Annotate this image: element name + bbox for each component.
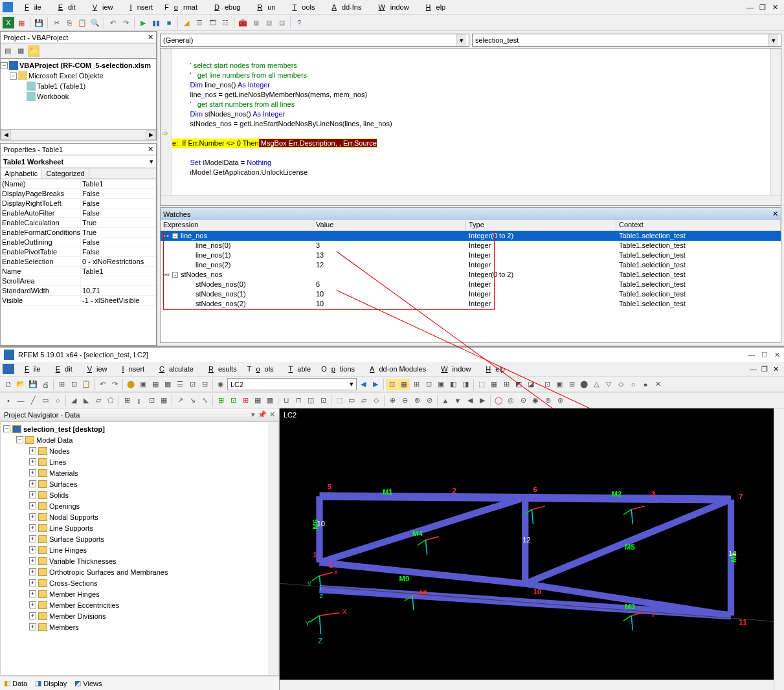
tool-icon[interactable]: ⊗ [411,395,423,406]
tool-icon[interactable]: ⬚ [476,379,487,390]
tool-icon[interactable]: ⊡ [68,379,80,390]
watch-row[interactable]: line_nos(2)12IntegerTable1.selection_tes… [161,260,781,270]
tool-icon[interactable]: 📋 [80,379,92,390]
model-data-node[interactable]: Model Data [36,436,73,444]
viewport-scroll-h[interactable] [280,680,774,690]
menu-debug[interactable]: Debug [204,2,245,12]
nav-item[interactable]: +Line Supports [1,522,278,533]
close-icon[interactable]: ✕ [774,351,780,359]
menu-format[interactable]: Format [159,2,203,12]
tool-icon[interactable]: ⊞ [240,395,251,406]
cut-icon[interactable]: ✂ [50,17,62,28]
tool-icon[interactable]: ◢ [68,395,80,406]
run-icon[interactable]: ▶ [137,17,149,28]
undo-icon[interactable]: ↶ [107,17,118,28]
break-icon[interactable]: ▮▮ [150,17,162,28]
col-expression[interactable]: Expression [161,220,313,230]
nav-item[interactable]: +Orthotropic Surfaces and Membranes [1,566,278,577]
menu-insert[interactable]: Insert [120,2,159,12]
tool-icon[interactable]: ⊡ [146,395,157,406]
tool-icon[interactable]: ⊞ [121,395,133,406]
tool-icon[interactable]: ◉ [530,395,541,406]
tool-icon[interactable]: ⊞ [566,379,577,390]
tool-icon[interactable]: ▶ [476,395,488,406]
expand-icon[interactable]: + [29,579,36,586]
menu-edit[interactable]: Edit [47,364,77,374]
close-nav-icon[interactable]: ✕ [269,410,275,419]
nav-item[interactable]: +Member Divisions [1,610,278,621]
procedure-dropdown[interactable]: selection_test▾ [472,34,781,47]
nav-item[interactable]: +Surfaces [1,478,278,489]
property-row[interactable]: ScrollArea [1,276,156,286]
copy-icon[interactable]: ⎘ [63,17,75,28]
tool-icon[interactable]: ▱ [93,395,104,406]
tool-icon[interactable]: ▼ [452,395,464,406]
tool-icon[interactable]: ▦ [150,379,161,390]
nav-item[interactable]: +Nodal Supports [1,511,278,522]
expand-icon[interactable]: + [29,557,36,564]
nav-item[interactable]: +Line Hinges [1,544,278,555]
pin-icon[interactable]: 📌 [258,410,267,419]
expand-icon[interactable]: + [29,623,36,630]
menu-insert[interactable]: Insert [113,364,150,374]
restore-icon[interactable]: ☐ [761,351,768,359]
tool-icon[interactable]: ▣ [554,379,565,390]
tool-icon[interactable]: ⊛ [554,395,566,406]
tool-icon[interactable]: ⊚ [542,395,554,406]
nav-item[interactable]: +Members [1,621,278,632]
tool-icon[interactable]: ↗ [174,395,186,406]
help-icon[interactable]: ? [293,17,305,28]
menu-calculate[interactable]: Calculate [150,364,198,374]
tab-data[interactable]: ◧Data [4,679,27,687]
close-project-icon[interactable]: ✕ [148,33,153,41]
watch-row[interactable]: 👓-line_nosInteger(0 to 2)Table1.selectio… [161,231,781,241]
redo-icon[interactable]: ↷ [120,17,131,28]
tool-icon[interactable]: ⤡ [199,395,210,406]
tool-icon[interactable]: ◩ [513,379,524,390]
menu-file[interactable]: File [14,2,47,12]
tool-icon[interactable]: ▩ [264,395,276,406]
tool-icon[interactable]: ⊞ [500,379,512,390]
nav-item[interactable]: +Cross-Sections [1,577,278,588]
object-dropdown[interactable]: (General)▾ [160,34,469,47]
expand-icon[interactable]: + [29,601,36,608]
tool-icon[interactable]: ⊓ [293,395,304,406]
nav-item[interactable]: +Lines [1,456,278,467]
tab-display[interactable]: ◨Display [35,679,67,687]
project-node[interactable]: VBAProject (RF-COM_5-selection.xlsm [19,61,151,69]
expand-icon[interactable]: + [29,590,36,597]
tool-icon[interactable]: ⊕ [386,395,398,406]
tool-icon[interactable]: ◀ [464,395,476,406]
expand-icon[interactable]: − [10,72,17,80]
form-icon[interactable]: ▦ [16,17,27,28]
sheet-node[interactable]: Table1 (Table1) [37,82,85,90]
redo-icon[interactable]: ↷ [109,379,120,390]
new-icon[interactable]: 🗋 [3,379,14,390]
minimize-icon[interactable]: — [741,2,752,13]
tool-icon[interactable]: ○ [627,379,639,390]
tool-icon[interactable]: ╱ [27,395,39,406]
code-scroll-v[interactable] [770,49,781,195]
close-properties-icon[interactable]: ✕ [148,145,153,153]
menu-tools[interactable]: Tools [243,364,278,374]
expand-icon[interactable]: − [3,425,10,432]
chevron-down-icon[interactable]: ▾ [768,34,778,46]
tool-icon[interactable]: ⊘ [423,395,435,406]
expand-icon[interactable]: − [16,436,23,443]
tool-icon[interactable]: ▦ [158,395,170,406]
tool-icon[interactable]: ▩ [162,379,174,390]
tool-icon[interactable]: ⊖ [399,395,410,406]
watch-row[interactable]: stNodes_nos(0)6IntegerTable1.selection_t… [161,280,781,289]
expand-icon[interactable]: + [29,513,36,520]
watch-row[interactable]: stNodes_nos(1)10IntegerTable1.selection_… [161,289,781,299]
tool-icon[interactable]: ⊞ [215,395,227,406]
minimize-icon[interactable]: — [748,351,755,359]
tool-icon[interactable]: ⬤ [578,379,590,390]
menu-options[interactable]: Options [317,364,359,374]
workbook-node[interactable]: Workbook [37,93,69,100]
tool-icon[interactable]: ◇ [370,395,382,406]
folder-node[interactable]: Microsoft Excel Objekte [28,72,104,80]
expand-icon[interactable]: + [29,469,36,476]
property-row[interactable]: NameTable1 [1,267,156,276]
nav-item[interactable]: +Variable Thicknesses [1,555,278,566]
